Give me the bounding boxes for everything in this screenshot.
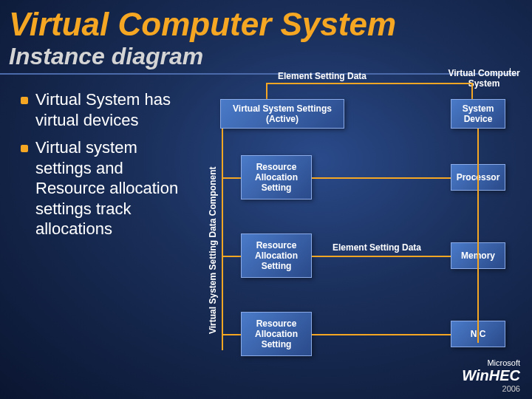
footer-brand: WinHEC	[462, 367, 520, 384]
label-vcs: Virtual Computer System	[443, 68, 525, 89]
label-element-setting-top: Element Setting Data	[278, 71, 366, 81]
footer-company: Microsoft	[487, 358, 520, 367]
page-subtitle: Instance diagram	[0, 43, 517, 75]
label-element-setting-mid: Element Setting Data	[332, 242, 421, 253]
box-ras-2: Resource Allocation Setting	[241, 233, 312, 278]
footer-year: 2006	[502, 384, 520, 393]
list-item: Virtual system settings and Resource all…	[21, 137, 183, 239]
footer-logo: Microsoft WinHEC 2006	[462, 358, 520, 393]
bullet-panel: Virtual System has virtual devices Virtu…	[0, 75, 188, 247]
page-title: Virtual Computer System	[0, 0, 532, 43]
box-system-device: System Device	[451, 99, 505, 129]
box-vss: Virtual System Settings (Active)	[220, 99, 344, 129]
diagram-area: Element Setting Data Virtual Computer Sy…	[192, 74, 528, 384]
label-vertical: Virtual System Setting Data Component	[208, 157, 218, 334]
list-item: Virtual System has virtual devices	[21, 89, 183, 130]
box-ras-3: Resource Allocation Setting	[241, 312, 312, 356]
box-ras-1: Resource Allocation Setting	[241, 155, 312, 200]
